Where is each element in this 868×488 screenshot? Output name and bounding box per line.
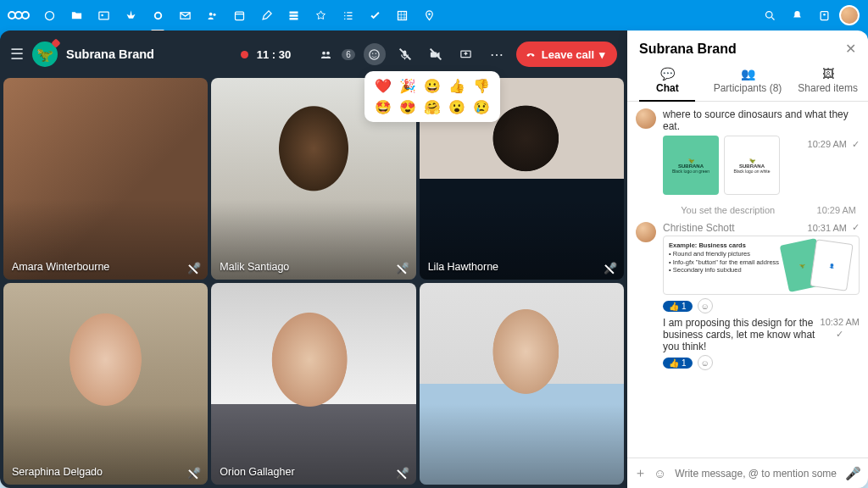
reaction-starstruck[interactable]: 🤩 [373,99,392,115]
close-sidebar-icon[interactable]: ✕ [845,41,856,57]
reaction-wow[interactable]: 😮 [448,99,467,115]
svg-point-16 [322,51,326,54]
reaction-party[interactable]: 🎉 [398,78,417,94]
reaction-pill[interactable]: 👍1 [663,301,693,312]
participants-count-icon[interactable] [314,43,337,65]
mic-muted-icon: 🎤 [396,262,409,274]
tab-shared[interactable]: 🖼Shared items [787,62,868,101]
top-nav-bar [0,0,868,30]
video-tile[interactable]: Seraphina Delgado🎤 [3,283,208,485]
svg-point-19 [372,53,374,54]
svg-point-17 [326,51,330,54]
app-talk-icon[interactable] [146,3,170,27]
reaction-thumbsup[interactable]: 👍 [448,78,467,94]
svg-rect-1 [98,12,108,19]
mic-muted-icon: 🎤 [187,262,201,274]
mic-muted-icon: 🎤 [604,262,617,274]
sidebar-tabs: 💬Chat 👥Participants (8) 🖼Shared items [627,62,868,102]
reaction-pill[interactable]: 👍1 [663,358,693,369]
shared-icon: 🖼 [787,67,868,80]
nextcloud-logo[interactable] [8,8,29,23]
call-toolbar: ☰ 🦖 Subrana Brand 11 : 30 6 ⋯ Leave call… [0,30,627,78]
message-composer: ＋ ☺ 🎤 [627,458,868,488]
svg-point-6 [213,13,215,15]
app-calendar-icon[interactable] [227,3,251,27]
mute-mic-icon[interactable] [394,43,416,65]
contacts-menu-icon[interactable] [812,3,836,27]
video-tile[interactable] [420,283,624,485]
video-tile[interactable]: Orion Gallagher🎤 [211,283,415,485]
sender-avatar[interactable] [636,222,656,242]
reaction-cry[interactable]: 😢 [472,99,492,115]
add-reaction-icon[interactable]: ☺ [698,298,713,313]
chat-scroll[interactable]: where to source dinosaurs and what they … [627,102,868,458]
room-title: Subrana Brand [66,47,154,61]
participants-count-badge: 6 [342,49,355,60]
leave-call-button[interactable]: Leave call ▾ [516,42,617,67]
reactions-popover: ❤️ 🎉 😀 👍 👎 🤩 😍 🤗 😮 😢 [364,71,500,122]
svg-point-3 [154,12,161,19]
conversation-menu-icon[interactable]: ☰ [10,45,24,64]
svg-rect-11 [398,11,406,19]
mic-muted-icon: 🎤 [396,467,409,480]
app-contacts-icon[interactable] [200,3,224,27]
app-notes-icon[interactable] [254,3,278,27]
user-avatar[interactable] [839,5,860,25]
app-mail-icon[interactable] [173,3,197,27]
app-photos-icon[interactable] [92,3,115,27]
app-deck-icon[interactable] [281,3,305,27]
message-text: I am proposing this design for the busin… [663,317,815,352]
reaction-thumbsdown[interactable]: 👎 [472,78,492,94]
reaction-smile[interactable]: 😀 [422,78,442,94]
attach-icon[interactable]: ＋ [634,465,647,481]
svg-point-18 [370,49,379,58]
svg-rect-8 [289,11,298,14]
reactions-button[interactable] [364,43,386,65]
attachment-card[interactable]: Example: Business cards• Round and frien… [663,236,860,295]
svg-point-20 [376,53,377,54]
reaction-hug[interactable]: 🤗 [422,99,442,115]
voice-message-icon[interactable]: 🎤 [845,466,861,481]
message-text: where to source dinosaurs and what they … [663,108,860,132]
attachment-thumb[interactable]: 🦖SUBRANABlack logo on green [663,136,719,195]
message-time: 10:29 AM [808,139,847,149]
app-files-icon[interactable] [64,3,88,27]
svg-point-15 [823,14,826,16]
room-avatar[interactable]: 🦖 [32,42,58,67]
reaction-heart[interactable]: ❤️ [373,78,392,94]
participant-name: Seraphina Delgado [12,466,103,478]
app-activity-icon[interactable] [119,3,142,27]
recording-indicator-icon [241,51,248,58]
message-input[interactable] [673,467,838,480]
svg-point-5 [209,12,212,15]
app-tables-icon[interactable] [390,3,414,27]
notifications-icon[interactable] [785,3,809,27]
camera-off-icon[interactable] [425,43,447,65]
reaction-hearteyes[interactable]: 😍 [398,99,417,115]
video-tile[interactable]: Amara Winterbourne🎤 [3,78,208,280]
read-check-icon: ✓ [852,222,860,233]
tab-participants[interactable]: 👥Participants (8) [708,62,788,101]
svg-point-2 [101,14,103,16]
app-tasks-icon[interactable] [336,3,359,27]
svg-rect-21 [403,50,407,56]
sidebar-title: Subrana Brand [639,42,737,57]
message-time: 10:32 AM [821,317,860,327]
screen-share-icon[interactable] [455,43,477,65]
search-icon[interactable] [758,3,782,27]
app-bookmarks-icon[interactable] [309,3,332,27]
emoji-picker-icon[interactable]: ☺ [654,466,666,480]
add-reaction-icon[interactable]: ☺ [698,355,713,370]
card-preview: 👤 [810,239,853,291]
app-maps-icon[interactable] [417,3,441,27]
attachment-thumb[interactable]: 🦖SUBRANABlack logo on white [724,136,780,195]
more-options-icon[interactable]: ⋯ [486,43,508,65]
app-dashboard-icon[interactable] [37,3,61,27]
sender-avatar[interactable] [636,108,656,129]
svg-rect-22 [431,52,437,57]
chat-message: Christine Schott 10:31 AM✓ Example: Busi… [636,222,860,373]
message-time: 10:31 AM [808,223,847,233]
app-checklist-icon[interactable] [363,3,387,27]
sidebar-panel: Subrana Brand ✕ 💬Chat 👥Participants (8) … [627,30,868,488]
tab-chat[interactable]: 💬Chat [627,62,708,101]
